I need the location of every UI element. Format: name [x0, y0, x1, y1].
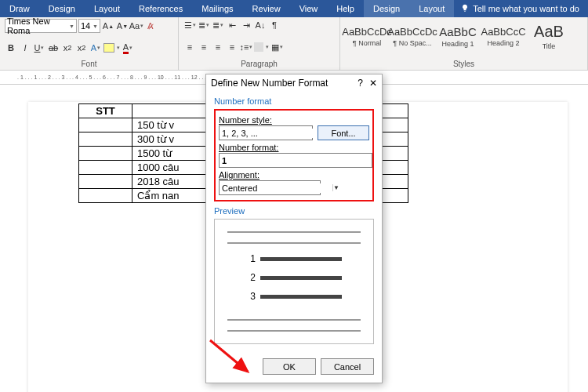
shrink-font-icon[interactable]: A▼ [116, 20, 129, 32]
superscript-icon[interactable]: x2 [75, 42, 88, 54]
change-case-icon[interactable]: Aa▾ [130, 20, 143, 32]
ribbon-tabs: Draw Design Layout References Mailings R… [0, 0, 588, 17]
styles-group-label: Styles [345, 60, 583, 68]
font-group-label: Font [5, 60, 173, 68]
bold-icon[interactable]: B [5, 42, 17, 54]
underline-icon[interactable]: U▾ [33, 42, 45, 54]
style-0[interactable]: AaBbCcDc¶ Normal [345, 19, 389, 53]
text-effects-icon[interactable]: A▾ [89, 42, 102, 54]
tab-design[interactable]: Design [39, 0, 85, 17]
dialog-titlebar: Define New Number Format ? ✕ [206, 74, 382, 92]
tab-references[interactable]: References [129, 0, 192, 17]
bullets-icon[interactable]: ☰▾ [183, 19, 196, 31]
number-style-label: Number style: [219, 115, 369, 125]
highlighted-fields: Number style: ▼ Font... Number format: A… [214, 109, 374, 201]
style-3[interactable]: AaBbCcCHeading 2 [481, 19, 525, 53]
preview-item: 3 [246, 291, 342, 302]
borders-icon[interactable]: ▦▾ [270, 41, 283, 53]
font-name-select[interactable]: Times New Roma▼ [5, 19, 77, 33]
justify-icon[interactable]: ≡ [226, 41, 238, 53]
number-format-label: Number format: [219, 143, 369, 152]
subscript-icon[interactable]: x2 [61, 42, 74, 54]
ok-button[interactable]: OK [263, 358, 316, 375]
alignment-label: Alignment: [219, 170, 369, 180]
table-header[interactable]: STT [79, 104, 132, 118]
decrease-indent-icon[interactable]: ⇤ [226, 19, 238, 31]
number-format-value[interactable] [220, 156, 372, 165]
grow-font-icon[interactable]: A▲ [102, 20, 114, 32]
group-styles: AaBbCcDc¶ NormalAaBbCcDc¶ No Spac...AaBb… [340, 17, 588, 70]
shading-icon[interactable] [254, 42, 263, 52]
font-button[interactable]: Font... [318, 125, 369, 140]
tellme-search[interactable]: Tell me what you want to do [454, 4, 579, 13]
tab-view[interactable]: View [290, 0, 328, 17]
close-icon[interactable]: ✕ [369, 78, 377, 89]
line-spacing-icon[interactable]: ↕≡▾ [240, 41, 252, 53]
preview-item: 2 [246, 272, 342, 283]
style-4[interactable]: AaBTitle [527, 19, 571, 53]
tellme-label: Tell me what you want to do [473, 4, 579, 13]
align-left-icon[interactable]: ≡ [183, 41, 196, 53]
cancel-button[interactable]: Cancel [321, 358, 374, 375]
group-paragraph: ☰▾ ≣▾ ≣▾ ⇤ ⇥ A↓ ¶ ≡ ≡ ≡ ≡ ↕≡▾ ▾ ▦▾ Parag… [179, 17, 340, 70]
tab-review[interactable]: Review [243, 0, 290, 17]
highlight-icon[interactable] [103, 43, 114, 53]
font-color-icon[interactable]: A▾ [122, 42, 134, 54]
number-style-value[interactable] [220, 129, 332, 138]
tab-mailings[interactable]: Mailings [192, 0, 242, 17]
show-marks-icon[interactable]: ¶ [268, 19, 281, 31]
dialog-title: Define New Number Format [211, 78, 328, 89]
number-style-select[interactable]: ▼ [219, 125, 313, 140]
preview-label: Preview [214, 206, 374, 216]
style-2[interactable]: AaBbCHeading 1 [436, 19, 480, 53]
align-right-icon[interactable]: ≡ [212, 41, 224, 53]
preview-item: 1 [246, 253, 342, 264]
define-number-format-dialog: Define New Number Format ? ✕ Number form… [205, 74, 383, 383]
number-format-section: Number format [214, 96, 374, 106]
alignment-select[interactable]: ▼ [219, 180, 321, 195]
preview-box: 123 [214, 219, 374, 344]
help-icon[interactable]: ? [358, 78, 363, 89]
ribbon: Times New Roma▼ 14▼ A▲ A▼ Aa▾ A̷ B I U▾ … [0, 17, 588, 71]
lightbulb-icon [460, 4, 470, 13]
tab-layout[interactable]: Layout [85, 0, 129, 17]
style-1[interactable]: AaBbCcDc¶ No Spac... [390, 19, 434, 53]
tab-tabletools-design[interactable]: Design [364, 0, 409, 17]
font-size-select[interactable]: 14▼ [78, 19, 100, 33]
strike-icon[interactable]: ab [47, 42, 60, 54]
tab-draw[interactable]: Draw [0, 0, 39, 17]
number-format-input[interactable] [219, 153, 372, 168]
tab-tabletools-layout[interactable]: Layout [409, 0, 454, 17]
numbering-icon[interactable]: ≣▾ [198, 19, 210, 31]
tab-help[interactable]: Help [327, 0, 364, 17]
chevron-down-icon[interactable]: ▼ [332, 184, 339, 191]
group-font: Times New Roma▼ 14▼ A▲ A▼ Aa▾ A̷ B I U▾ … [0, 17, 179, 70]
sort-icon[interactable]: A↓ [254, 19, 267, 31]
clear-format-icon[interactable]: A̷ [144, 20, 157, 32]
italic-icon[interactable]: I [19, 42, 31, 54]
alignment-value[interactable] [220, 183, 332, 193]
multilevel-icon[interactable]: ≣▾ [212, 19, 224, 31]
align-center-icon[interactable]: ≡ [198, 41, 210, 53]
increase-indent-icon[interactable]: ⇥ [240, 19, 252, 31]
paragraph-group-label: Paragraph [183, 60, 335, 68]
